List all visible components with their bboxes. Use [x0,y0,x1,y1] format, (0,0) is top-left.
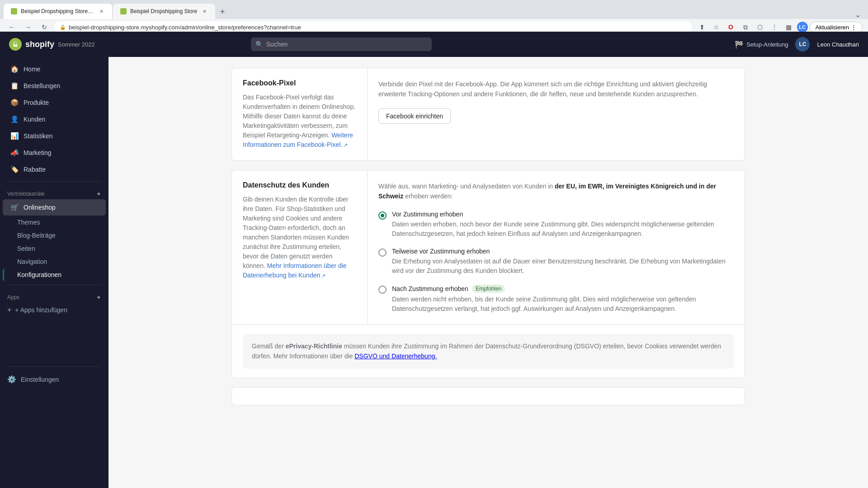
radio-nach-zustimmung-desc: Daten werden nicht erhoben, bis der Kund… [392,295,734,314]
settings-label: Einstellungen [21,376,59,383]
datenschutz-left: Datenschutz des Kunden Gib deinen Kunden… [232,170,368,324]
content-area: Facebook-Pixel Das Facebook-Pixel verfol… [108,57,868,488]
new-tab-button[interactable]: + [216,5,229,18]
facebook-pixel-left: Facebook-Pixel Das Facebook-Pixel verfol… [232,68,368,160]
seiten-label: Seiten [17,245,35,252]
browser-tab-2[interactable]: Beispiel Dropshipping Store ✕ [113,4,215,19]
tab-favicon-2 [120,8,127,14]
shopify-logo: shopify Sommer 2022 [9,38,95,51]
datenschutz-end-text: erhoben werden: [403,192,453,200]
add-apps-button[interactable]: + + Apps hinzufügen [0,302,108,318]
radio-option-teilweise: Teilweise vor Zustimmung erhoben Die Erh… [378,248,734,276]
facebook-pixel-right: Verbinde dein Pixel mit der Facebook-App… [368,68,745,160]
sidebar-item-rabatte[interactable]: 🏷️ Rabatte [3,161,106,178]
radio-vor-zustimmung[interactable] [378,211,387,220]
sidebar-item-statistiken[interactable]: 📊 Statistiken [3,128,106,144]
sidebar-item-kunden[interactable]: 👤 Kunden [3,111,106,127]
browser-profile-icon[interactable]: LC [797,22,808,33]
next-section-card [231,387,745,405]
sidebar-divider-3 [7,366,101,367]
eprivacy-info-content: Gemäß der ePrivacy-Richtlinie müssen Kun… [243,334,734,369]
sidebar-item-bestellungen-label: Bestellungen [24,82,60,89]
themes-label: Themes [17,219,40,226]
browser-tabs: Beispiel Dropshipping Store ·... ✕ Beisp… [0,0,868,19]
consent-radio-group: Vor Zustimmung erhoben Daten werden erho… [378,211,734,314]
sidebar-item-home[interactable]: 🏠 Home [3,61,106,77]
navigation-label: Navigation [17,258,47,265]
facebook-einrichten-button[interactable]: Facebook einrichten [378,108,451,124]
eprivacy-text-1: Gemäß der [252,343,286,350]
radio-teilweise-content: Teilweise vor Zustimmung erhoben Die Erh… [392,248,734,276]
sidebar-settings-item[interactable]: ⚙️ Einstellungen [0,371,108,388]
sidebar-item-produkte-label: Produkte [24,99,49,106]
apps-label: Apps [7,294,19,300]
lock-icon: 🔒 [60,24,66,30]
radio-nach-zustimmung[interactable] [378,286,387,294]
radio-teilweise-label: Teilweise vor Zustimmung erhoben [392,248,734,255]
settings-gear-icon: ⚙️ [7,375,16,384]
sidebar: 🏠 Home 📋 Bestellungen 📦 Produkte 👤 Kunde… [0,57,108,488]
sidebar-sub-navigation[interactable]: Navigation [3,255,106,268]
datenschutz-right: Wähle aus, wann Marketing- und Analyseda… [368,170,745,324]
search-input[interactable] [251,38,432,51]
app-header: shopify Sommer 2022 🔍 🏁 Setup-Anleitung … [0,32,868,57]
sidebar-sub-themes[interactable]: Themes [3,216,106,229]
tab-close-1[interactable]: ✕ [98,8,105,15]
user-avatar: LC [795,37,810,52]
radio-nach-zustimmung-label: Nach Zustimmung erhoben Empfohlen [392,285,734,293]
radio-nach-zustimmung-content: Nach Zustimmung erhoben Empfohlen Daten … [392,285,734,314]
tab-close-2[interactable]: ✕ [201,8,208,15]
radio-teilweise[interactable] [378,249,387,257]
flag-icon: 🏁 [735,40,744,49]
tab-favicon-1 [11,8,17,14]
sidebar-sub-seiten[interactable]: Seiten [3,242,106,255]
analytics-icon: 📊 [10,131,19,141]
konfigurationen-label: Konfigurationen [17,271,61,278]
update-button[interactable]: Aktualisieren ⋮ [810,22,863,33]
header-right: 🏁 Setup-Anleitung LC Leon Chaudhari [735,37,859,52]
browser-chrome: Beispiel Dropshipping Store ·... ✕ Beisp… [0,0,868,32]
orders-icon: 📋 [10,81,19,90]
main-layout: 🏠 Home 📋 Bestellungen 📦 Produkte 👤 Kunde… [0,57,868,488]
sidebar-sub-konfigurationen[interactable]: Konfigurationen [3,268,106,281]
facebook-pixel-grid: Facebook-Pixel Das Facebook-Pixel verfol… [232,68,745,160]
customers-icon: 👤 [10,115,19,124]
marketing-icon: 📣 [10,148,19,157]
empfohlen-badge: Empfohlen [472,285,505,293]
chevron-right-icon [95,191,101,197]
datenschutz-intro-text: Wähle aus, wann Marketing- und Analyseda… [378,183,555,190]
facebook-pixel-title: Facebook-Pixel [243,79,356,87]
sidebar-divider-2 [7,285,101,285]
datenschutz-grid: Datenschutz des Kunden Gib deinen Kunden… [232,170,745,324]
setup-link-label: Setup-Anleitung [746,41,788,48]
radio-vor-zustimmung-label: Vor Zustimmung erhoben [392,211,734,218]
discounts-icon: 🏷️ [10,165,19,174]
setup-link[interactable]: 🏁 Setup-Anleitung [735,40,788,49]
sidebar-item-produkte[interactable]: 📦 Produkte [3,94,106,111]
shopify-wordmark: shopify [25,40,54,49]
radio-teilweise-desc: Die Erhebung von Analysedaten ist auf di… [392,257,734,276]
sidebar-sub-blog[interactable]: Blog-Beiträge [3,229,106,242]
apps-chevron-icon [95,294,101,300]
eprivacy-bold: ePrivacy-Richtlinie [286,343,342,350]
sidebar-item-onlineshop[interactable]: 🛒 Onlineshop [3,199,106,216]
dsgvo-link[interactable]: DSGVO und Datenerhebung. [354,352,437,360]
facebook-pixel-desc: Das Facebook-Pixel verfolgt das Kundenve… [243,93,356,150]
sidebar-item-marketing-label: Marketing [24,149,51,156]
tab-strip-menu[interactable]: ⌄ [855,10,861,19]
radio-vor-zustimmung-desc: Daten werden erhoben, noch bevor der Kun… [392,220,734,239]
address-text: beispiel-dropshipping-store.myshopify.co… [69,24,301,31]
vertriebskanaele-label: Vertriebskanäle [7,191,45,197]
apps-section: Apps [0,289,108,302]
radio-vor-zustimmung-content: Vor Zustimmung erhoben Daten werden erho… [392,211,734,239]
page-content: Facebook-Pixel Das Facebook-Pixel verfol… [217,57,760,425]
browser-tab-1[interactable]: Beispiel Dropshipping Store ·... ✕ [4,4,112,19]
datenschutz-title: Datenschutz des Kunden [243,181,356,189]
sidebar-item-bestellungen[interactable]: 📋 Bestellungen [3,78,106,94]
sidebar-item-marketing[interactable]: 📣 Marketing [3,145,106,161]
sidebar-item-rabatte-label: Rabatte [24,166,46,173]
facebook-right-text: Verbinde dein Pixel mit der Facebook-App… [378,79,734,99]
sidebar-item-statistiken-label: Statistiken [24,132,53,140]
radio-option-nach-zustimmung: Nach Zustimmung erhoben Empfohlen Daten … [378,285,734,314]
eprivacy-info-box: Gemäß der ePrivacy-Richtlinie müssen Kun… [232,324,745,378]
